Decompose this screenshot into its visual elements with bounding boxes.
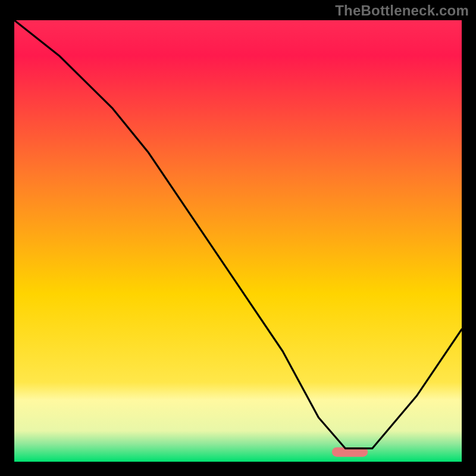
watermark-text: TheBottleneck.com — [335, 2, 469, 19]
chart-svg — [14, 20, 462, 462]
chart-outer: TheBottleneck.com — [0, 0, 476, 476]
plot-area — [14, 20, 462, 462]
chart-background — [14, 20, 462, 462]
